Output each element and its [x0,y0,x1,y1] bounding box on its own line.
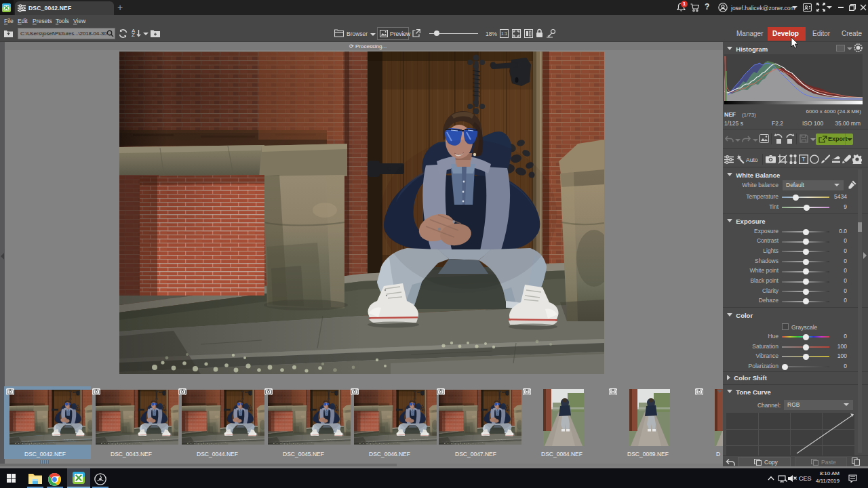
svg-text:T: T [802,156,806,163]
svg-text:1:1: 1:1 [501,31,507,36]
